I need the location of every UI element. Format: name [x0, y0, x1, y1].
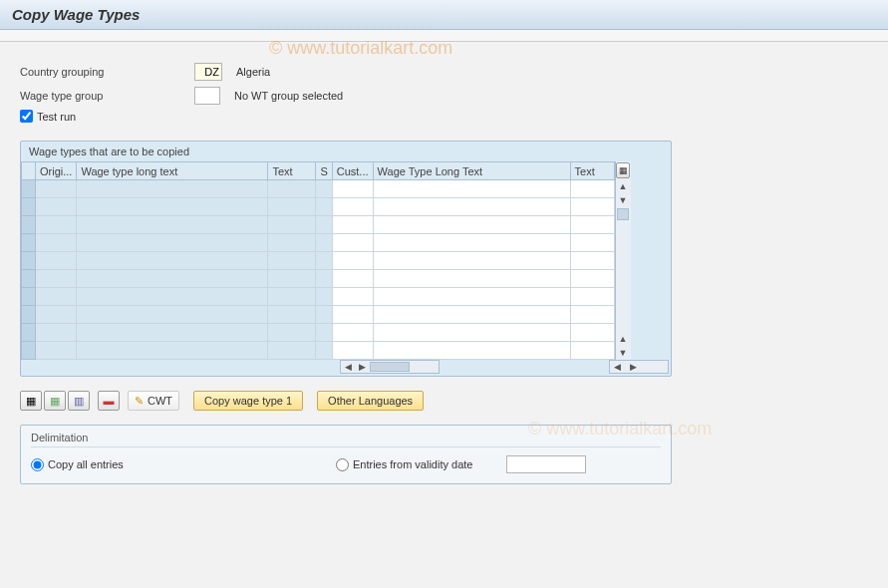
col-cust[interactable]: Cust...	[332, 162, 373, 180]
cell-cust[interactable]	[332, 180, 373, 198]
cell-text-2[interactable]	[570, 306, 614, 324]
cell-s[interactable]	[316, 342, 332, 360]
cell-text-2[interactable]	[570, 198, 614, 216]
cell-s[interactable]	[316, 288, 332, 306]
cell-wage-type-long-text-2[interactable]	[373, 252, 570, 270]
col-s[interactable]: S	[316, 162, 332, 180]
radio-entries-from-date[interactable]	[336, 458, 349, 471]
cell-cust[interactable]	[332, 324, 373, 342]
cell-cust[interactable]	[332, 252, 373, 270]
hscroll-right[interactable]: ◀ ▶	[609, 360, 669, 374]
cell-origi[interactable]	[36, 306, 77, 324]
table-row[interactable]	[22, 252, 615, 270]
cell-origi[interactable]	[36, 288, 77, 306]
cell-wage-type-long-text-2[interactable]	[373, 234, 570, 252]
table-row[interactable]	[22, 216, 615, 234]
cell-wage-type-long-text[interactable]	[77, 288, 268, 306]
cell-text-2[interactable]	[570, 234, 614, 252]
cell-text-2[interactable]	[570, 180, 614, 198]
cell-s[interactable]	[316, 324, 332, 342]
cell-wage-type-long-text[interactable]	[77, 306, 268, 324]
cell-text[interactable]	[268, 216, 316, 234]
cell-wage-type-long-text[interactable]	[77, 342, 268, 360]
row-selector[interactable]	[22, 234, 36, 252]
cell-wage-type-long-text[interactable]	[77, 234, 268, 252]
cell-origi[interactable]	[36, 342, 77, 360]
cell-cust[interactable]	[332, 288, 373, 306]
table-row[interactable]	[22, 306, 615, 324]
table-row[interactable]	[22, 342, 615, 360]
scroll-down-icon[interactable]: ▼	[616, 193, 630, 207]
cell-origi[interactable]	[36, 270, 77, 288]
cell-text-2[interactable]	[570, 216, 614, 234]
cell-origi[interactable]	[36, 324, 77, 342]
col-wage-type-long-text-2[interactable]: Wage Type Long Text	[373, 162, 570, 180]
cell-text[interactable]	[268, 234, 316, 252]
row-selector[interactable]	[22, 270, 36, 288]
cell-text[interactable]	[268, 252, 316, 270]
cell-cust[interactable]	[332, 198, 373, 216]
cell-cust[interactable]	[332, 234, 373, 252]
col-select[interactable]	[22, 162, 36, 180]
cell-wage-type-long-text-2[interactable]	[373, 216, 570, 234]
checkbox-test-run[interactable]	[20, 110, 33, 123]
scroll-down-bottom-icon[interactable]: ▼	[616, 346, 630, 360]
delete-button[interactable]: ▬	[98, 391, 120, 411]
cell-text-2[interactable]	[570, 252, 614, 270]
cell-origi[interactable]	[36, 198, 77, 216]
col-origi[interactable]: Origi...	[36, 162, 77, 180]
cell-s[interactable]	[316, 198, 332, 216]
cell-wage-type-long-text-2[interactable]	[373, 342, 570, 360]
cell-text[interactable]	[268, 198, 316, 216]
vertical-scrollbar[interactable]: ▦ ▲ ▼ ▲ ▼	[615, 161, 631, 360]
row-selector[interactable]	[22, 180, 36, 198]
input-wage-type-group[interactable]	[194, 87, 220, 105]
cell-s[interactable]	[316, 234, 332, 252]
hscroll-thumb[interactable]	[370, 362, 410, 372]
scroll-thumb[interactable]	[617, 208, 629, 220]
cell-wage-type-long-text[interactable]	[77, 180, 268, 198]
cell-wage-type-long-text-2[interactable]	[373, 288, 570, 306]
cell-cust[interactable]	[332, 270, 373, 288]
cell-text[interactable]	[268, 180, 316, 198]
cell-wage-type-long-text-2[interactable]	[373, 180, 570, 198]
cell-cust[interactable]	[332, 342, 373, 360]
table-row[interactable]	[22, 270, 615, 288]
cell-s[interactable]	[316, 216, 332, 234]
other-languages-button[interactable]: Other Languages	[317, 391, 424, 411]
cell-origi[interactable]	[36, 252, 77, 270]
table-row[interactable]	[22, 180, 615, 198]
table-config-icon[interactable]: ▦	[616, 162, 630, 178]
table-row[interactable]	[22, 198, 615, 216]
select-all-button[interactable]: ▦	[20, 391, 42, 411]
input-validity-date[interactable]	[506, 455, 586, 473]
col-text-2[interactable]: Text	[570, 162, 614, 180]
table-row[interactable]	[22, 234, 615, 252]
col-wage-type-long-text[interactable]: Wage type long text	[77, 162, 268, 180]
cell-origi[interactable]	[36, 234, 77, 252]
deselect-all-button[interactable]: ▦	[44, 391, 66, 411]
cell-wage-type-long-text-2[interactable]	[373, 306, 570, 324]
cell-wage-type-long-text[interactable]	[77, 252, 268, 270]
col-text[interactable]: Text	[268, 162, 316, 180]
row-selector[interactable]	[22, 288, 36, 306]
wage-type-table[interactable]: Origi... Wage type long text Text S Cust…	[21, 161, 615, 360]
scroll-up-icon[interactable]: ▲	[616, 179, 630, 193]
cwt-button[interactable]: ✎ CWT	[128, 391, 179, 411]
cell-wage-type-long-text[interactable]	[77, 216, 268, 234]
cell-wage-type-long-text-2[interactable]	[373, 198, 570, 216]
cell-origi[interactable]	[36, 180, 77, 198]
hscroll-right-arrow-icon[interactable]: ▶	[355, 361, 369, 373]
display-button[interactable]: ▥	[68, 391, 90, 411]
cell-wage-type-long-text[interactable]	[77, 270, 268, 288]
hscroll-right-arrow-2-icon[interactable]: ▶	[626, 361, 640, 373]
cell-text[interactable]	[268, 270, 316, 288]
cell-s[interactable]	[316, 252, 332, 270]
cell-text[interactable]	[268, 288, 316, 306]
row-selector[interactable]	[22, 252, 36, 270]
cell-text[interactable]	[268, 306, 316, 324]
row-selector[interactable]	[22, 198, 36, 216]
radio-copy-all-entries[interactable]	[31, 458, 44, 471]
copy-wage-type-button[interactable]: Copy wage type 1	[193, 391, 303, 411]
cell-s[interactable]	[316, 180, 332, 198]
